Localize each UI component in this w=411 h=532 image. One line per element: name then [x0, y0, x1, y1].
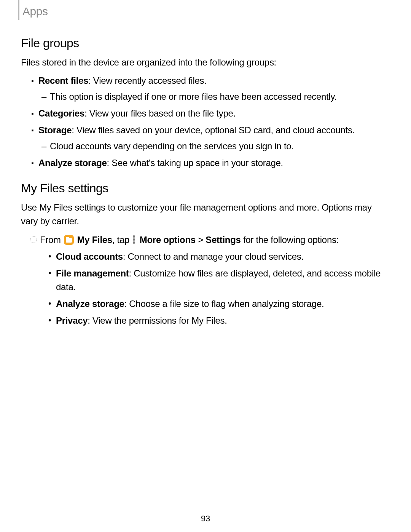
- item-desc: : Choose a file size to flag when analyz…: [124, 299, 324, 309]
- my-files-settings-intro: Use My Files settings to customize your …: [21, 201, 390, 228]
- options-list: Cloud accounts: Connect to and manage yo…: [40, 250, 390, 328]
- list-item: Analyze storage: See what's taking up sp…: [38, 156, 390, 170]
- item-label: Storage: [38, 125, 72, 135]
- item-desc: : View files saved on your device, optio…: [72, 125, 355, 135]
- item-label: Privacy: [56, 315, 88, 326]
- item-label: File management: [56, 268, 129, 278]
- breadcrumb-header: Apps: [21, 0, 390, 18]
- list-item: Cloud accounts: Connect to and manage yo…: [56, 250, 390, 264]
- step-item: From My Files, tap More options > Settin…: [32, 233, 390, 328]
- list-item: Analyze storage: Choose a file size to f…: [56, 297, 390, 311]
- list-item: Storage: View files saved on your device…: [38, 123, 390, 153]
- item-desc: : View the permissions for My Files.: [88, 315, 227, 326]
- sub-list-item: Cloud accounts vary depending on the ser…: [50, 139, 390, 153]
- step-text-settings: Settings: [206, 235, 241, 245]
- breadcrumb: Apps: [21, 3, 390, 18]
- more-options-icon: [132, 235, 136, 244]
- file-groups-intro: Files stored in the device are organized…: [21, 56, 390, 69]
- item-desc: : View your files based on the file type…: [84, 108, 236, 118]
- file-groups-list: Recent files: View recently accessed fil…: [21, 74, 390, 170]
- list-item: Categories: View your files based on the…: [38, 107, 390, 120]
- item-label: Analyze storage: [38, 158, 107, 168]
- item-label: Analyze storage: [56, 299, 124, 309]
- item-desc: : View recently accessed files.: [88, 75, 206, 86]
- step-text-tap: , tap: [112, 235, 132, 245]
- step-text-tail: for the following options:: [241, 235, 339, 245]
- page-number: 93: [0, 514, 411, 524]
- item-label: Categories: [38, 108, 84, 118]
- step-list: From My Files, tap More options > Settin…: [21, 233, 390, 328]
- list-item: Privacy: View the permissions for My Fil…: [56, 314, 390, 328]
- step-text-more: More options: [140, 235, 196, 245]
- sub-list: Cloud accounts vary depending on the ser…: [38, 139, 390, 153]
- step-text-from: From: [40, 235, 63, 245]
- myfiles-app-icon: [64, 235, 74, 245]
- header-accent-bar: [18, 0, 19, 20]
- section-title-file-groups: File groups: [21, 36, 390, 50]
- item-desc: : See what's taking up space in your sto…: [107, 158, 283, 168]
- list-item: File management: Customize how files are…: [56, 267, 390, 294]
- step-text-gt: >: [196, 235, 206, 245]
- list-item: Recent files: View recently accessed fil…: [38, 74, 390, 104]
- item-label: Cloud accounts: [56, 251, 123, 262]
- sub-list: This option is displayed if one or more …: [38, 90, 390, 104]
- item-label: Recent files: [38, 75, 88, 86]
- section-title-my-files-settings: My Files settings: [21, 181, 390, 195]
- page: Apps File groups Files stored in the dev…: [0, 0, 411, 532]
- item-desc: : Connect to and manage your cloud servi…: [123, 251, 304, 262]
- sub-list-item: This option is displayed if one or more …: [50, 90, 390, 104]
- step-text-app: My Files: [77, 235, 112, 245]
